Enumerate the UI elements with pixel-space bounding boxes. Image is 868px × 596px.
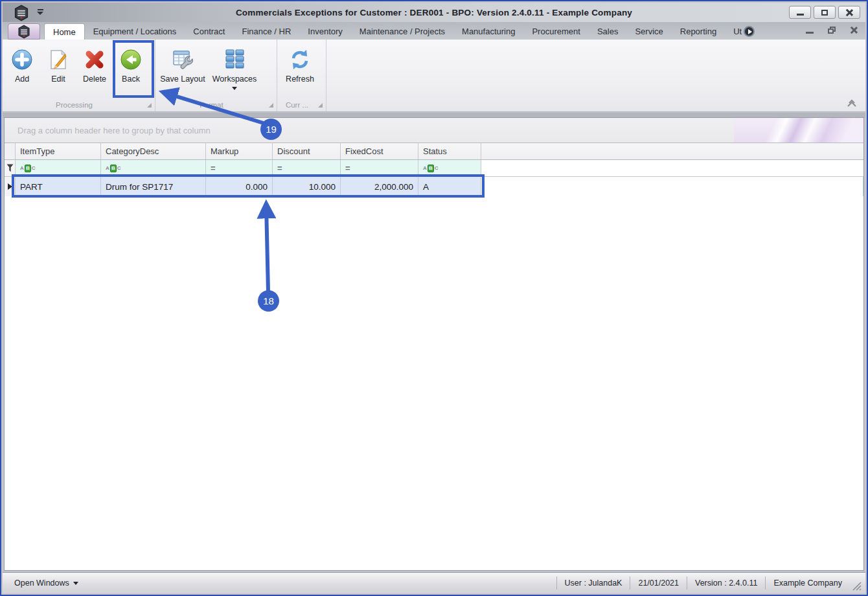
status-date: 21/01/2021 bbox=[630, 577, 687, 589]
row-indicator-cell bbox=[5, 177, 16, 196]
maximize-button[interactable] bbox=[814, 6, 836, 19]
ribbon-group-format: Save Layout Workspaces Format bbox=[155, 40, 277, 111]
dialog-launcher-icon[interactable] bbox=[318, 103, 323, 108]
save-layout-button[interactable]: Save Layout bbox=[157, 45, 209, 90]
cell-discount[interactable]: 10.000 bbox=[273, 177, 341, 196]
chevron-down-icon bbox=[232, 87, 237, 90]
edit-icon bbox=[46, 47, 71, 72]
mdi-restore-icon[interactable] bbox=[828, 27, 836, 34]
tab-home[interactable]: Home bbox=[44, 23, 85, 40]
chevron-down-icon bbox=[73, 582, 78, 585]
column-header-itemtype[interactable]: ItemType bbox=[16, 143, 101, 159]
group-label-format: Format bbox=[155, 101, 268, 109]
column-header-fixedcost[interactable]: FixedCost bbox=[341, 143, 418, 159]
callout-19: 19 bbox=[260, 119, 282, 140]
play-video-icon bbox=[744, 26, 755, 37]
workspaces-button[interactable]: Workspaces bbox=[209, 45, 260, 90]
cell-status[interactable]: A bbox=[418, 177, 481, 196]
bpo-logo-icon bbox=[13, 5, 30, 21]
edit-label: Edit bbox=[51, 74, 65, 84]
delete-icon bbox=[82, 47, 107, 72]
delete-label: Delete bbox=[83, 74, 106, 84]
column-header-status[interactable]: Status bbox=[418, 143, 481, 159]
filter-icon bbox=[6, 164, 14, 172]
cell-categorydesc[interactable]: Drum for SP1717 bbox=[101, 177, 206, 196]
resize-grip-icon[interactable] bbox=[852, 582, 862, 591]
tab-procurement[interactable]: Procurement bbox=[523, 23, 588, 40]
column-header-markup[interactable]: Markup bbox=[206, 143, 273, 159]
workspaces-icon bbox=[222, 47, 247, 72]
column-header-categorydesc[interactable]: CategoryDesc bbox=[101, 143, 206, 159]
tab-manufacturing[interactable]: Manufacturing bbox=[453, 23, 523, 40]
refresh-label: Refresh bbox=[286, 74, 314, 84]
close-icon bbox=[846, 9, 853, 16]
selected-row-icon bbox=[8, 183, 12, 190]
add-button[interactable]: Add bbox=[4, 45, 40, 84]
back-button[interactable]: Back bbox=[113, 45, 149, 84]
tab-equipment-locations[interactable]: Equipment / Locations bbox=[85, 23, 185, 40]
filter-cell-fixedcost[interactable]: = bbox=[341, 160, 418, 176]
table-row[interactable]: PART Drum for SP1717 0.000 10.000 2,000.… bbox=[5, 177, 863, 196]
bpo-logo-icon bbox=[17, 25, 31, 39]
cell-markup[interactable]: 0.000 bbox=[206, 177, 273, 196]
add-icon bbox=[10, 47, 34, 72]
callout-18: 18 bbox=[258, 290, 279, 312]
tab-finance-hr[interactable]: Finance / HR bbox=[233, 23, 299, 40]
filter-cell-discount[interactable]: = bbox=[273, 160, 341, 176]
group-by-hint: Drag a column header here to group by th… bbox=[17, 126, 211, 135]
filter-cell-status[interactable]: ABC bbox=[418, 160, 481, 176]
tab-service[interactable]: Service bbox=[626, 23, 671, 40]
edit-button[interactable]: Edit bbox=[40, 45, 76, 84]
minimize-icon bbox=[797, 14, 804, 16]
status-user: User : JulandaK bbox=[556, 577, 630, 589]
ribbon-group-processing: Add Edit Delete bbox=[3, 40, 155, 111]
group-label-current: Curr ... bbox=[277, 101, 317, 109]
status-version: Version : 2.4.0.11 bbox=[687, 577, 765, 589]
open-windows-dropdown[interactable]: Open Windows bbox=[14, 579, 78, 588]
text-filter-icon: ABC bbox=[423, 165, 439, 172]
quick-access-dropdown-icon[interactable] bbox=[36, 8, 44, 16]
filter-cell-categorydesc[interactable]: ABC bbox=[101, 160, 206, 176]
save-layout-label: Save Layout bbox=[160, 74, 205, 84]
column-header-filler bbox=[481, 143, 863, 159]
mdi-minimize-icon[interactable] bbox=[806, 32, 814, 34]
dialog-launcher-icon[interactable] bbox=[269, 103, 273, 108]
mdi-close-icon[interactable] bbox=[850, 26, 858, 34]
delete-button[interactable]: Delete bbox=[76, 45, 113, 84]
tab-sales[interactable]: Sales bbox=[589, 23, 627, 40]
group-label-processing: Processing bbox=[3, 101, 146, 109]
tab-maintenance-projects[interactable]: Maintenance / Projects bbox=[351, 23, 453, 40]
group-by-panel[interactable]: Drag a column header here to group by th… bbox=[5, 118, 863, 143]
refresh-icon bbox=[288, 47, 312, 72]
equals-filter-icon: = bbox=[345, 163, 350, 173]
title-bar: Commercials Exceptions for Customer : DE… bbox=[3, 3, 865, 22]
dialog-launcher-icon[interactable] bbox=[147, 103, 152, 108]
cell-itemtype[interactable]: PART bbox=[16, 177, 101, 196]
app-window: Commercials Exceptions for Customer : DE… bbox=[0, 0, 868, 596]
tab-inventory[interactable]: Inventory bbox=[299, 23, 350, 40]
close-button[interactable] bbox=[838, 6, 860, 19]
filter-cell-filler bbox=[481, 160, 863, 176]
filter-cell-itemtype[interactable]: ABC bbox=[16, 160, 101, 176]
filter-cell-markup[interactable]: = bbox=[206, 160, 273, 176]
maximize-icon bbox=[821, 10, 828, 16]
add-label: Add bbox=[15, 74, 29, 84]
filter-row-indicator bbox=[5, 160, 16, 176]
ribbon: Add Edit Delete bbox=[3, 40, 865, 112]
equals-filter-icon: = bbox=[211, 163, 216, 173]
status-company: Example Company bbox=[765, 577, 850, 589]
tab-reporting[interactable]: Reporting bbox=[672, 23, 725, 40]
application-menu-button[interactable] bbox=[8, 23, 40, 40]
column-header-discount[interactable]: Discount bbox=[273, 143, 341, 159]
tab-utilities[interactable]: Ut bbox=[725, 23, 763, 40]
tab-utilities-label: Ut bbox=[733, 23, 742, 40]
refresh-button[interactable]: Refresh bbox=[279, 45, 321, 84]
collapse-ribbon-icon[interactable] bbox=[846, 98, 858, 108]
back-icon bbox=[119, 47, 143, 72]
tab-contract[interactable]: Contract bbox=[185, 23, 233, 40]
workspaces-label: Workspaces bbox=[212, 74, 257, 84]
data-grid: Drag a column header here to group by th… bbox=[4, 117, 864, 571]
minimize-button[interactable] bbox=[789, 6, 811, 19]
cell-fixedcost[interactable]: 2,000.000 bbox=[341, 177, 418, 196]
open-windows-label: Open Windows bbox=[14, 579, 69, 588]
